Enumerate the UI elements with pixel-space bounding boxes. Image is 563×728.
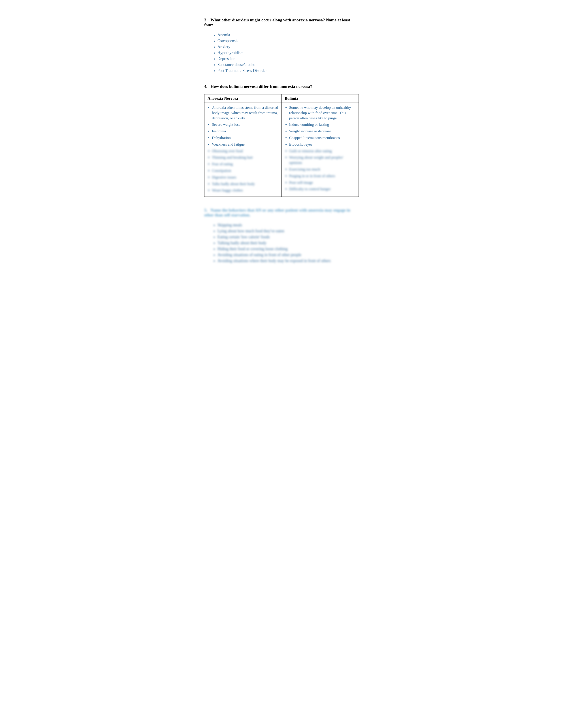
list-item: Induce vomiting or fasting — [289, 122, 356, 127]
q4-label: How does bulimia nervosa differ from ano… — [211, 84, 313, 89]
list-item: Skipping meals — [217, 223, 359, 227]
list-item: Worrying about weight and peoples' opini… — [289, 155, 356, 165]
list-item: Weight increase or decrease — [289, 129, 356, 134]
list-item: Bloodshot eyes — [289, 142, 356, 147]
q5-bullet-list: Skipping meals Lying about how much food… — [204, 223, 359, 263]
list-item: Fear of eating — [212, 161, 278, 167]
q3-header: 3. What other disorders might occur alon… — [204, 18, 359, 27]
list-item: Hiding their food or covering loose clot… — [217, 247, 359, 251]
list-item: Severe weight loss — [212, 122, 278, 127]
question-3: 3. What other disorders might occur alon… — [204, 18, 359, 73]
q3-bullet-list: Anemia Osteoporosis Anxiety Hypothyroidi… — [204, 33, 359, 73]
list-item: Dehydration — [212, 135, 278, 141]
list-item: Poor self-image — [289, 180, 356, 185]
col2-header: Bulimia — [282, 94, 359, 103]
list-item: Constipation — [212, 168, 278, 173]
list-item: Wears baggy clothes — [212, 188, 278, 193]
list-item: Difficulty to control hunger — [289, 186, 356, 192]
q4-number: 4. — [204, 84, 207, 89]
list-item: Someone who may develop an unhealthy rel… — [289, 105, 356, 121]
list-item: Post Traumatic Stress Disorder — [217, 68, 359, 73]
list-item: Exercising too much — [289, 167, 356, 172]
list-item: Weakness and fatigue — [212, 142, 278, 147]
question-4: 4. How does bulimia nervosa differ from … — [204, 84, 359, 197]
list-item: Anemia — [217, 33, 359, 37]
list-item: Insomnia — [212, 129, 278, 134]
q3-label: What other disorders might occur along w… — [204, 18, 350, 27]
list-item: Talks badly about their body — [212, 181, 278, 187]
q3-number: 3. — [204, 18, 207, 22]
list-item: Purging in or in front of others — [289, 173, 356, 179]
q5-header: 5. Name the behaviors that AN or any oth… — [204, 208, 359, 218]
question-5: 5. Name the behaviors that AN or any oth… — [204, 208, 359, 263]
table-body-row: Anorexia often times stems from a distor… — [204, 103, 359, 197]
list-item: Anorexia often times stems from a distor… — [212, 105, 278, 121]
list-item: Anxiety — [217, 45, 359, 49]
list-item: Digestive issues — [212, 175, 278, 180]
list-item: Substance abuse/alcohol — [217, 62, 359, 67]
list-item: Chapped lips/mucous membranes — [289, 135, 356, 141]
list-item: Eating certain 'low calorie' foods — [217, 235, 359, 239]
anorexia-col: Anorexia often times stems from a distor… — [204, 103, 282, 197]
q5-label: Name the behaviors that AN or any other … — [204, 208, 350, 217]
q5-number: 5. — [204, 208, 207, 212]
anorexia-list: Anorexia often times stems from a distor… — [207, 105, 278, 193]
list-item: Guilt or remorse after eating — [289, 148, 356, 154]
list-item: Lying about how much food they've eaten — [217, 229, 359, 233]
table-header-row: Anorexia Nervosa Bulimia — [204, 94, 359, 103]
list-item: Avoiding situations where their body may… — [217, 259, 359, 263]
list-item: Depression — [217, 56, 359, 61]
bulimia-col: Someone who may develop an unhealthy rel… — [282, 103, 359, 197]
list-item: Obsessing over food — [212, 148, 278, 154]
bulimia-list: Someone who may develop an unhealthy rel… — [285, 105, 356, 192]
list-item: Avoiding situations of eating in front o… — [217, 253, 359, 257]
comparison-table: Anorexia Nervosa Bulimia Anorexia often … — [204, 94, 359, 197]
list-item: Hypothyroidism — [217, 51, 359, 55]
list-item: Thinning and breaking hair — [212, 155, 278, 160]
col1-header: Anorexia Nervosa — [204, 94, 282, 103]
q4-header: 4. How does bulimia nervosa differ from … — [204, 84, 359, 89]
list-item: Talking badly about their body — [217, 241, 359, 245]
list-item: Osteoporosis — [217, 39, 359, 43]
